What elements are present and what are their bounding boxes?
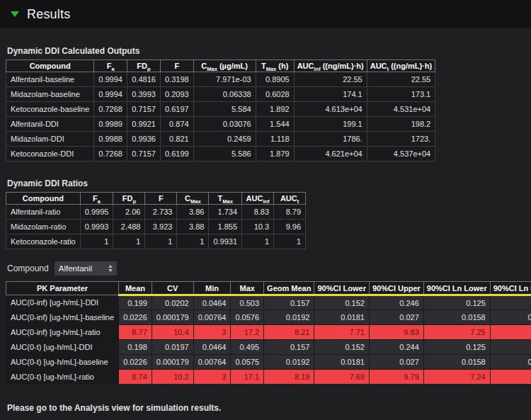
value-cell: 0.00764: [193, 310, 231, 325]
column-header: Mean: [119, 282, 152, 295]
value-cell: 0.6028: [256, 87, 294, 102]
value-cell: 1: [80, 234, 113, 249]
value-cell: 174.1: [294, 87, 367, 102]
column-header: TMax: [209, 193, 242, 205]
row-label: AUC(0-t) [ug-h/mL]-ratio: [6, 370, 119, 385]
value-cell: 0.2093: [160, 87, 193, 102]
value-cell: 4.531e+04: [367, 102, 435, 117]
value-cell: 8.21: [264, 325, 314, 340]
value-cell: 8.83: [242, 205, 274, 220]
compound-label: Compound: [7, 263, 49, 273]
value-cell: 0.03076: [193, 117, 256, 132]
value-cell: 0.000179: [152, 310, 193, 325]
value-cell: 3: [193, 370, 231, 385]
column-header: FDp: [127, 60, 160, 72]
value-cell: 0.0181: [314, 355, 369, 370]
table-row: AUC(0-t) [ug-h/mL]-ratio8.7410.2317.18.1…: [6, 370, 531, 385]
value-cell: 7.25: [423, 325, 490, 340]
value-cell: 22.55: [294, 72, 367, 87]
column-header: AUCt: [274, 193, 306, 205]
value-cell: 0.821: [160, 132, 193, 147]
row-label: Ketoconazole-DDI: [6, 147, 94, 161]
value-cell: 0.00764: [193, 355, 231, 370]
value-cell: 1: [177, 234, 209, 249]
value-cell: 0.0576: [231, 310, 264, 325]
value-cell: 0.0192: [264, 355, 314, 370]
row-label: Alfentanil-ratio: [6, 205, 81, 220]
table-row: AUC(0-t) [ug-h/mL]-DDI0.1980.01970.04640…: [6, 340, 531, 355]
outputs-section-title: Dynamic DDI Calculated Outputs: [7, 46, 525, 56]
value-cell: 0.152: [314, 295, 369, 310]
value-cell: 5.584: [193, 102, 256, 117]
value-cell: 1: [274, 234, 306, 249]
value-cell: 0.495: [231, 340, 264, 355]
ddi-ratios-table: CompoundFaFDpFCMaxTMaxAUCinfAUCtAlfentan…: [6, 192, 306, 249]
table-row: Midazolam-baseline0.99940.39930.20930.06…: [6, 87, 435, 102]
value-cell: 2.733: [145, 205, 177, 220]
value-cell: 0.198: [119, 340, 152, 355]
row-label: AUC(0-inf) [ug-h/mL]-DDI: [6, 295, 119, 310]
value-cell: 0.0197: [152, 340, 193, 355]
column-header: 90%CI Lower: [314, 282, 369, 295]
value-cell: 0.06338: [193, 87, 256, 102]
value-cell: 1.544: [256, 117, 294, 132]
column-header: PK Parameter: [6, 282, 119, 295]
value-cell: 0.197: [490, 340, 531, 355]
value-cell: 0.6197: [160, 102, 193, 117]
value-cell: 0.503: [231, 295, 264, 310]
column-header: CV: [152, 282, 193, 295]
row-label: Midazolam-ratio: [6, 220, 81, 234]
collapse-triangle-icon[interactable]: [11, 11, 19, 17]
value-cell: 0.027: [369, 310, 423, 325]
value-cell: 4.621e+04: [294, 147, 367, 161]
column-header: AUCt ((ng/mL)·h): [367, 60, 435, 72]
row-label: AUC(0-t) [ug-h/mL]-DDI: [6, 340, 119, 355]
value-cell: 8.77: [119, 325, 152, 340]
table-row: AUC(0-t) [ug-h/mL]-baseline0.02260.00017…: [6, 355, 531, 370]
value-cell: 198.2: [367, 117, 435, 132]
value-cell: 0.3198: [160, 72, 193, 87]
value-cell: 0.0232: [490, 355, 531, 370]
value-cell: 0.244: [369, 340, 423, 355]
table-row: AUC(0-inf) [ug-h/mL]-DDI0.1990.02020.046…: [6, 295, 531, 310]
compound-dropdown-value: Alfentanil: [59, 264, 92, 273]
value-cell: 0.9993: [80, 220, 113, 234]
table-row: Midazolam-DDI0.99880.99360.8210.24591.11…: [6, 132, 435, 147]
table-row: Alfentanil-baseline0.99940.48160.31987.9…: [6, 72, 435, 87]
value-cell: 9.96: [274, 220, 306, 234]
compound-dropdown[interactable]: Alfentanil: [55, 261, 117, 276]
value-cell: 0.000179: [152, 355, 193, 370]
analysis-view-note: Please go to the Analysis view for simul…: [7, 403, 525, 413]
row-label: Midazolam-baseline: [6, 87, 94, 102]
value-cell: 17.1: [231, 370, 264, 385]
value-cell: 0.9931: [209, 234, 242, 249]
value-cell: 9.3: [490, 325, 531, 340]
results-section-header[interactable]: Results: [0, 0, 531, 28]
column-header: F: [160, 60, 193, 72]
row-label: AUC(0-inf) [ug-h/mL]-ratio: [6, 325, 119, 340]
dropdown-spinner-icon[interactable]: [108, 265, 113, 272]
value-cell: 0.2459: [193, 132, 256, 147]
ratios-section-title: Dynamic DDI Ratios: [7, 178, 525, 188]
value-cell: 0.4816: [127, 72, 160, 87]
value-cell: 0.9936: [127, 132, 160, 147]
value-cell: 0.157: [264, 340, 314, 355]
value-cell: 7.69: [314, 370, 369, 385]
column-header: CMax: [177, 193, 209, 205]
value-cell: 0.246: [369, 295, 423, 310]
value-cell: 1.855: [209, 220, 242, 234]
value-cell: 0.7157: [127, 102, 160, 117]
value-cell: 1: [145, 234, 177, 249]
column-header: TMax (h): [256, 60, 294, 72]
table-row: Alfentanil-ratio0.99952.062.7333.861.734…: [6, 205, 306, 220]
column-header: CMax (µg/mL): [193, 60, 256, 72]
value-cell: 10.4: [152, 325, 193, 340]
value-cell: 9.83: [369, 325, 423, 340]
value-cell: 1723.: [367, 132, 435, 147]
value-cell: 0.3993: [127, 87, 160, 102]
value-cell: 0.9921: [127, 117, 160, 132]
value-cell: 0.0464: [193, 295, 231, 310]
column-header: Compound: [6, 60, 94, 72]
value-cell: 0.157: [264, 295, 314, 310]
value-cell: 2.488: [113, 220, 145, 234]
